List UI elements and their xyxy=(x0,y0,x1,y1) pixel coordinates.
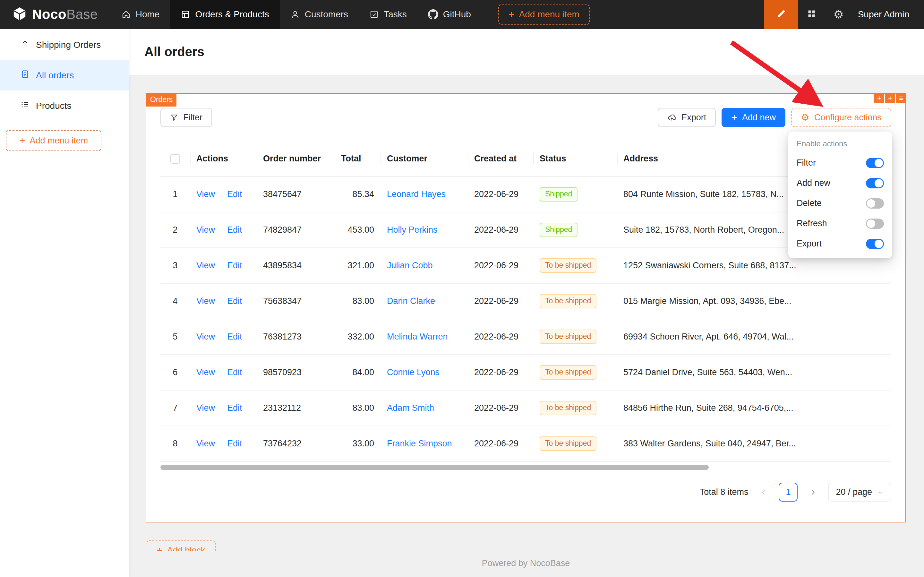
table-row[interactable]: 6 ViewEdit 98570923 84.00 Connie Lyons 2… xyxy=(160,355,891,390)
customer-link[interactable]: Leonard Hayes xyxy=(387,189,446,199)
filter-button[interactable]: Filter xyxy=(160,108,212,127)
row-index: 6 xyxy=(172,367,177,377)
nav-item-orders-products[interactable]: Orders & Products xyxy=(170,0,279,29)
view-link[interactable]: View xyxy=(196,332,215,342)
table-row[interactable]: 7 ViewEdit 23132112 83.00 Adam Smith 202… xyxy=(160,390,891,426)
arrow-up-icon xyxy=(21,39,29,50)
dropdown-item[interactable]: Add new xyxy=(792,173,889,193)
page-size-select[interactable]: 20 / page xyxy=(828,483,891,501)
dropdown-item[interactable]: Refresh xyxy=(792,213,889,234)
configure-actions-button[interactable]: ⚙ Configure actions xyxy=(791,108,891,127)
table-row[interactable]: 5 ViewEdit 76381273 332.00 Melinda Warre… xyxy=(160,319,891,355)
home-icon xyxy=(121,10,131,19)
add-column-icon[interactable]: + xyxy=(874,93,884,103)
user-menu[interactable]: Super Admin xyxy=(852,9,924,19)
column-header-actions[interactable]: Actions xyxy=(190,141,257,177)
column-header-total[interactable]: Total xyxy=(335,141,380,177)
toggle-switch[interactable] xyxy=(866,219,884,229)
dropdown-item[interactable]: Filter xyxy=(792,153,889,173)
page-content: Orders + + ≡ Filter xyxy=(129,75,924,577)
view-link[interactable]: View xyxy=(196,296,215,306)
page-number-1[interactable]: 1 xyxy=(779,483,798,501)
customer-link[interactable]: Julian Cobb xyxy=(387,261,433,270)
sidebar-item-shipping-orders[interactable]: Shipping Orders xyxy=(0,29,129,60)
customer-link[interactable]: Frankie Simpson xyxy=(387,439,452,448)
toggle-switch[interactable] xyxy=(866,178,884,189)
edit-link[interactable]: Edit xyxy=(227,367,242,377)
edit-link[interactable]: Edit xyxy=(227,261,242,270)
customer-link[interactable]: Adam Smith xyxy=(387,403,434,413)
toggle-switch[interactable] xyxy=(866,198,884,209)
column-header-status[interactable]: Status xyxy=(533,141,617,177)
add-block-button[interactable]: + Add block xyxy=(146,540,216,551)
ui-editor-toggle-button[interactable] xyxy=(764,0,798,29)
nav-item-customers[interactable]: Customers xyxy=(280,0,359,29)
edit-link[interactable]: Edit xyxy=(227,332,242,342)
cloud-upload-icon xyxy=(667,113,676,122)
table-row[interactable]: 3 ViewEdit 43895834 321.00 Julian Cobb 2… xyxy=(160,248,891,284)
column-header-created-at[interactable]: Created at xyxy=(468,141,533,177)
customer-link[interactable]: Darin Clarke xyxy=(387,296,435,306)
column-header-order-number[interactable]: Order number xyxy=(257,141,335,177)
customer-link[interactable]: Holly Perkins xyxy=(387,225,438,235)
row-index: 4 xyxy=(172,296,177,306)
horizontal-scrollbar xyxy=(160,465,891,470)
select-all-checkbox[interactable] xyxy=(171,154,180,164)
edit-link[interactable]: Edit xyxy=(227,225,242,235)
next-page-button[interactable] xyxy=(803,483,822,501)
export-button[interactable]: Export xyxy=(658,108,716,127)
dropdown-item[interactable]: Delete xyxy=(792,193,889,213)
plus-icon: + xyxy=(19,135,25,146)
highlighter-pen-icon xyxy=(776,8,787,21)
nav-item-tasks[interactable]: Tasks xyxy=(359,0,417,29)
cell-address: 015 Margie Mission, Apt. 093, 34936, Ebe… xyxy=(617,284,891,319)
view-link[interactable]: View xyxy=(196,367,215,377)
view-link[interactable]: View xyxy=(196,189,215,199)
column-header-customer[interactable]: Customer xyxy=(380,141,468,177)
settings-button[interactable]: ⚙ xyxy=(825,0,852,29)
sidebar-add-menu-item-button[interactable]: + Add menu item xyxy=(6,130,101,151)
dropdown-item[interactable]: Export xyxy=(792,234,889,254)
add-menu-item-button[interactable]: + Add menu item xyxy=(498,4,590,25)
toggle-switch[interactable] xyxy=(866,239,884,249)
action-divider xyxy=(221,333,221,342)
nav-item-github[interactable]: GitHub xyxy=(417,0,481,29)
filter-button-label: Filter xyxy=(183,113,203,122)
prev-page-button[interactable] xyxy=(754,483,773,501)
nav-item-home[interactable]: Home xyxy=(111,0,171,29)
scrollbar-thumb[interactable] xyxy=(160,465,709,470)
table-header-row: Actions Order number Total Customer Crea… xyxy=(160,141,891,177)
table-row[interactable]: 4 ViewEdit 75638347 83.00 Darin Clarke 2… xyxy=(160,284,891,319)
edit-link[interactable]: Edit xyxy=(227,189,242,199)
edit-link[interactable]: Edit xyxy=(227,403,242,413)
nocobase-logo[interactable]: NocoBase xyxy=(0,0,111,29)
view-link[interactable]: View xyxy=(196,261,215,270)
view-link[interactable]: View xyxy=(196,439,215,448)
add-new-button[interactable]: + Add new xyxy=(721,108,786,127)
table-row[interactable]: 8 ViewEdit 73764232 33.00 Frankie Simpso… xyxy=(160,426,891,461)
customer-link[interactable]: Connie Lyons xyxy=(387,367,439,377)
nav-item-label: Home xyxy=(136,9,160,19)
sidebar-item-all-orders[interactable]: All orders xyxy=(0,60,129,90)
add-block-label: Add block xyxy=(167,546,205,552)
cell-order-number: 43895834 xyxy=(257,248,335,284)
plus-icon: + xyxy=(509,9,515,19)
add-new-button-label: Add new xyxy=(742,113,776,122)
view-link[interactable]: View xyxy=(196,403,215,413)
block-menu-icon[interactable]: ≡ xyxy=(896,93,906,103)
dropdown-item-label: Add new xyxy=(797,178,830,188)
cell-total: 321.00 xyxy=(335,248,380,284)
toggle-switch[interactable] xyxy=(866,158,884,168)
status-badge: To be shipped xyxy=(540,294,596,308)
add-block-icon[interactable]: + xyxy=(885,93,895,103)
customer-link[interactable]: Melinda Warren xyxy=(387,332,448,342)
view-link[interactable]: View xyxy=(196,225,215,235)
grid-apps-icon xyxy=(807,9,816,20)
edit-link[interactable]: Edit xyxy=(227,296,242,306)
sidebar-item-products[interactable]: Products xyxy=(0,90,129,121)
table-row[interactable]: 1 ViewEdit 38475647 85.34 Leonard Hayes … xyxy=(160,177,891,212)
table-row[interactable]: 2 ViewEdit 74829847 453.00 Holly Perkins… xyxy=(160,212,891,248)
edit-link[interactable]: Edit xyxy=(227,439,242,448)
plugins-grid-button[interactable] xyxy=(798,0,825,29)
navbar-right: ⚙ Super Admin xyxy=(764,0,924,29)
